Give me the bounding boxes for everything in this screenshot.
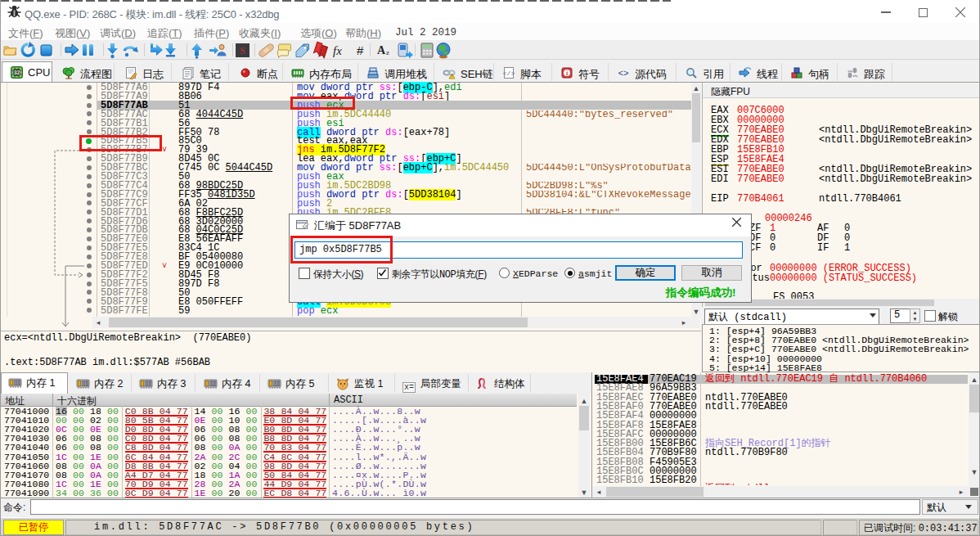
svg-text:32: 32 bbox=[14, 70, 20, 75]
svg-text:#: # bbox=[357, 43, 364, 57]
svg-text:S: S bbox=[240, 45, 245, 56]
svg-text:A: A bbox=[377, 44, 386, 56]
svg-text:!: ! bbox=[452, 74, 452, 79]
svg-text:fx: fx bbox=[333, 44, 342, 57]
svg-text:z: z bbox=[386, 48, 389, 56]
svg-text:</>: </> bbox=[503, 70, 515, 77]
svg-text:<>: <> bbox=[618, 69, 628, 79]
